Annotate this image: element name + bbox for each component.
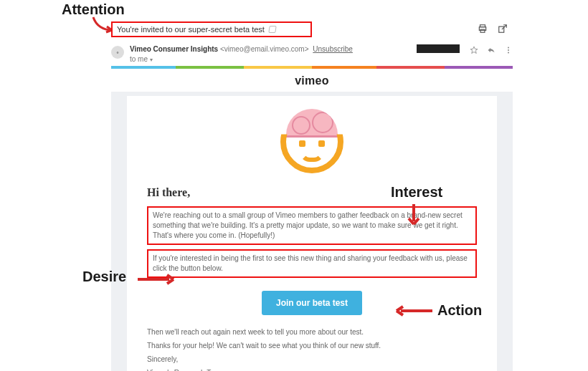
signature: Vimeo's Research Team (147, 367, 477, 371)
aida-email-illustration: Attention You're invited to our super-se… (0, 0, 588, 371)
sender-address: <vimeo@email.vimeo.com> (220, 45, 309, 53)
sender-block: Vimeo Consumer Insights <vimeo@email.vim… (130, 44, 353, 64)
subject-text: You're invited to our super-secret beta … (117, 25, 265, 34)
message-top-actions (478, 24, 508, 34)
print-icon[interactable] (478, 24, 488, 34)
sender-name: Vimeo Consumer Insights (130, 45, 218, 53)
header-action-icons (470, 46, 513, 54)
annotation-desire: Desire (82, 269, 126, 285)
svg-marker-4 (470, 47, 478, 54)
svg-rect-3 (499, 26, 504, 32)
after-line-2: Thanks for your help! We can't wait to s… (147, 340, 477, 351)
after-line-1: Then we'll reach out again next week to … (147, 327, 477, 337)
brand-logo: vimeo (111, 69, 513, 92)
redacted-date (417, 44, 460, 53)
cta-button[interactable]: Join our beta test (262, 291, 362, 315)
arrow-desire (136, 272, 178, 286)
more-icon[interactable] (504, 46, 513, 54)
open-new-icon[interactable] (498, 24, 508, 34)
avatar: • (111, 46, 124, 59)
svg-point-5 (508, 47, 509, 49)
unsubscribe-link[interactable]: Unsubscribe (313, 45, 353, 53)
email-body-container: vimeo Hi there, We're reaching out to a … (111, 66, 513, 371)
hero-illustration (147, 109, 477, 186)
paragraph-desire: If you're interested in being the first … (147, 249, 477, 278)
email-card: Hi there, We're reaching out to a small … (127, 96, 497, 371)
annotation-action: Action (437, 302, 482, 319)
annotation-interest: Interest (391, 184, 442, 201)
reply-icon[interactable] (487, 46, 495, 54)
arrow-interest (405, 203, 422, 227)
paragraph-interest: We're reaching out to a small group of V… (147, 206, 477, 245)
after-text: Then we'll reach out again next week to … (147, 321, 477, 371)
svg-point-7 (508, 52, 509, 54)
svg-point-6 (508, 49, 509, 51)
arrow-action (391, 304, 434, 318)
email-header: • Vimeo Consumer Insights <vimeo@email.v… (111, 44, 513, 64)
chevron-down-icon[interactable]: ▾ (150, 57, 153, 63)
to-line: to me (130, 55, 148, 63)
star-icon[interactable] (470, 46, 478, 54)
signoff: Sincerely, (147, 354, 477, 365)
subject-box: You're invited to our super-secret beta … (111, 21, 312, 37)
label-chip-icon (268, 26, 276, 33)
